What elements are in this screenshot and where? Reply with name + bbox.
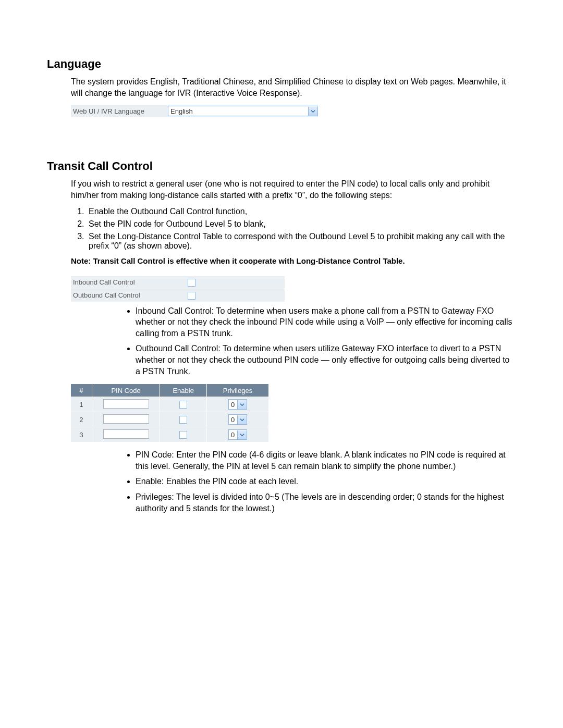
- inbound-call-control-label: Inbound Call Control: [71, 278, 188, 286]
- transit-step: Set the PIN code for Outbound Level 5 to…: [87, 219, 516, 229]
- language-select[interactable]: English: [168, 106, 318, 116]
- col-pin-code: PIN Code: [92, 384, 160, 397]
- list-item: Outbound Call Control: To determine when…: [136, 343, 516, 377]
- privilege-value: 0: [229, 431, 237, 439]
- language-heading: Language: [47, 57, 516, 71]
- table-row: 3 0: [71, 427, 269, 442]
- pin-enable-checkbox[interactable]: [179, 401, 187, 409]
- list-item: Privileges: The level is divided into 0~…: [136, 491, 516, 514]
- list-item: PIN Code: Enter the PIN code (4-6 digits…: [136, 449, 516, 472]
- language-select-value: English: [168, 107, 308, 115]
- privilege-select[interactable]: 0: [228, 414, 247, 425]
- chevron-down-icon: [237, 415, 247, 424]
- privilege-value: 0: [229, 416, 237, 424]
- table-row: 2 0: [71, 412, 269, 427]
- pin-enable-checkbox[interactable]: [179, 431, 187, 439]
- pin-code-input[interactable]: [103, 414, 149, 424]
- transit-step: Set the Long-Distance Control Table to c…: [87, 232, 516, 251]
- list-item: Inbound Call Control: To determine when …: [136, 305, 516, 339]
- language-field-label: Web UI / IVR Language: [71, 107, 168, 115]
- pin-code-input[interactable]: [103, 429, 149, 439]
- outbound-call-control-label: Outbound Call Control: [71, 291, 188, 299]
- pin-enable-checkbox[interactable]: [179, 416, 187, 424]
- language-description: The system provides English, Traditional…: [71, 76, 516, 98]
- transit-intro: If you wish to restrict a general user (…: [71, 178, 516, 201]
- chevron-down-icon: [237, 400, 247, 409]
- chevron-down-icon: [308, 107, 317, 116]
- pin-description-list: PIN Code: Enter the PIN code (4-6 digits…: [123, 449, 516, 514]
- row-number: 1: [71, 397, 92, 412]
- privilege-select[interactable]: 0: [228, 399, 247, 410]
- toggle-description-list: Inbound Call Control: To determine when …: [123, 305, 516, 377]
- chevron-down-icon: [237, 430, 247, 439]
- privilege-value: 0: [229, 401, 237, 409]
- transit-steps-list: Enable the Outbound Call Control functio…: [71, 207, 516, 251]
- row-number: 2: [71, 412, 92, 427]
- outbound-call-control-checkbox[interactable]: [188, 292, 195, 300]
- list-item: Enable: Enables the PIN code at each lev…: [136, 476, 516, 487]
- pin-code-input[interactable]: [103, 399, 149, 409]
- transit-note: Note: Transit Call Control is effective …: [71, 256, 516, 266]
- transit-step: Enable the Outbound Call Control functio…: [87, 207, 516, 216]
- table-row: 1 0: [71, 397, 269, 412]
- pin-table: # PIN Code Enable Privileges 1 0: [71, 384, 269, 442]
- privilege-select[interactable]: 0: [228, 429, 247, 440]
- transit-heading: Transit Call Control: [47, 159, 516, 173]
- inbound-call-control-checkbox[interactable]: [188, 279, 195, 287]
- row-number: 3: [71, 427, 92, 442]
- col-enable: Enable: [160, 384, 207, 397]
- col-privileges: Privileges: [207, 384, 269, 397]
- col-number: #: [71, 384, 92, 397]
